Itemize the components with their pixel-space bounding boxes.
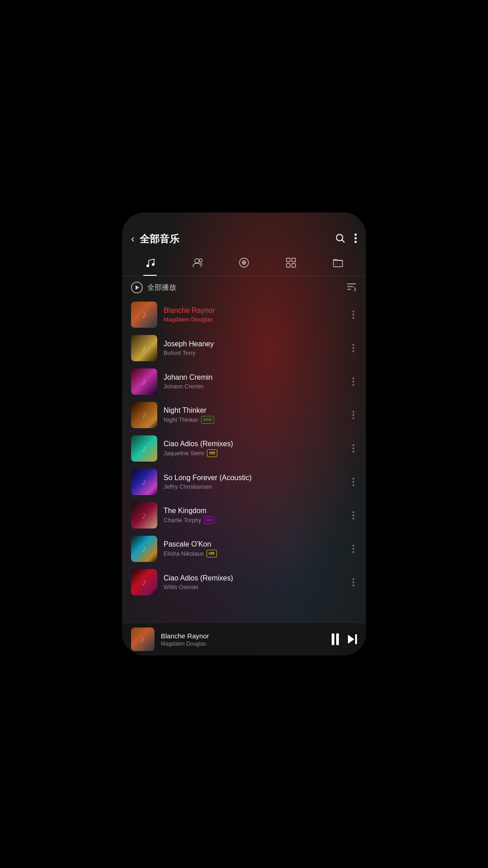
song-artist: Magdalen Douglas	[164, 316, 212, 323]
svg-point-4	[355, 241, 357, 243]
song-item[interactable]: ♪ Night Thinker Night Thinker DSD	[122, 398, 366, 432]
play-all-button[interactable]	[131, 282, 143, 293]
song-more-button[interactable]	[350, 375, 357, 388]
song-artist: Jaqueline Stehr	[164, 450, 204, 457]
more-menu-icon[interactable]	[354, 233, 357, 245]
song-artist-row: Johann Cremin	[164, 383, 343, 390]
sort-icon[interactable]	[346, 282, 357, 293]
now-playing-bar[interactable]: ♪ Blanche Raynor Magdalen Douglas	[122, 623, 366, 656]
play-all-label[interactable]: 全部播放	[147, 283, 176, 292]
status-bar	[122, 212, 366, 229]
svg-point-11	[244, 262, 245, 264]
songs-tab-icon	[144, 257, 156, 271]
song-info: So Long Forever (Acoustic) Jeffry Christ…	[164, 474, 343, 490]
thumb-shape: ♪	[131, 469, 157, 495]
song-thumbnail: ♪	[131, 335, 157, 361]
thumb-shape: ♪	[131, 502, 157, 528]
song-title: The Kingdom	[164, 507, 343, 515]
song-artist-row: Buford Terry	[164, 349, 343, 356]
dot	[352, 317, 354, 319]
song-title: Joseph Heaney	[164, 340, 343, 348]
quality-badge: HR	[207, 449, 217, 457]
song-item[interactable]: ♪ Ciao Adios (Remixes) Jaqueline Stehr H…	[122, 432, 366, 465]
song-more-button[interactable]	[350, 408, 357, 422]
thumb-shape: ♪	[131, 402, 157, 428]
dot	[352, 344, 354, 346]
tab-artists[interactable]	[185, 254, 209, 276]
svg-rect-14	[286, 264, 290, 267]
song-artist-row: Jaqueline Stehr HR	[164, 449, 343, 457]
phone-wrapper: ‹ 全部音乐	[117, 190, 371, 678]
tab-albums[interactable]	[232, 254, 256, 276]
song-item[interactable]: ♪ Joseph Heaney Buford Terry	[122, 331, 366, 365]
song-item[interactable]: ♪ Blanche Raynor Magdalen Douglas	[122, 298, 366, 331]
back-button[interactable]: ‹	[131, 233, 134, 245]
song-info: Night Thinker Night Thinker DSD	[164, 406, 343, 424]
song-info: Ciao Adios (Remixes) Jaqueline Stehr HR	[164, 440, 343, 457]
song-thumbnail: ♪	[131, 402, 157, 428]
dot	[352, 581, 354, 583]
song-item[interactable]: ♪ Johann Cremin Johann Cremin	[122, 365, 366, 398]
song-more-button[interactable]	[350, 308, 357, 321]
svg-point-3	[355, 237, 357, 239]
song-more-button[interactable]	[350, 509, 357, 522]
artists-tab-icon	[191, 257, 203, 271]
dot	[352, 478, 354, 480]
quality-badge: HR	[206, 550, 217, 557]
now-playing-title: Blanche Raynor	[161, 632, 325, 640]
song-more-button[interactable]	[350, 442, 357, 455]
song-artist-row: Magdalen Douglas	[164, 316, 343, 323]
dot	[352, 381, 354, 382]
song-thumbnail: ♪	[131, 302, 157, 328]
svg-rect-15	[292, 264, 296, 267]
svg-point-5	[146, 264, 149, 267]
pause-bar-left	[332, 633, 334, 645]
song-more-button[interactable]	[350, 576, 357, 589]
song-artist: Night Thinker	[164, 416, 198, 423]
song-artist-row: Willis Osinski	[164, 584, 343, 590]
page-title: 全部音乐	[140, 232, 330, 246]
dot	[352, 311, 354, 312]
tab-folders[interactable]	[326, 254, 350, 276]
song-artist-row: Elisha Nikolaus HR	[164, 550, 343, 557]
song-info: Blanche Raynor Magdalen Douglas	[164, 307, 343, 323]
song-title: So Long Forever (Acoustic)	[164, 474, 343, 482]
song-thumbnail: ♪	[131, 569, 157, 595]
dot	[352, 511, 354, 513]
dot	[352, 417, 354, 419]
dot	[352, 585, 354, 586]
nav-tabs	[122, 251, 366, 276]
search-icon[interactable]	[335, 233, 345, 245]
now-thumb-shape: ♪	[131, 627, 155, 651]
song-more-button[interactable]	[350, 475, 357, 489]
thumb-shape: ♪	[131, 335, 157, 361]
song-thumbnail: ♪	[131, 368, 157, 395]
song-item[interactable]: ♪ Ciao Adios (Remixes) Willis Osinski	[122, 566, 366, 599]
dot	[352, 484, 354, 486]
dot	[352, 384, 354, 386]
svg-line-1	[342, 240, 345, 242]
thumb-shape: ♪	[131, 435, 157, 462]
tab-songs[interactable]	[138, 254, 162, 276]
pause-button[interactable]	[332, 633, 339, 645]
song-title: Ciao Adios (Remixes)	[164, 574, 343, 582]
song-item[interactable]: ♪ So Long Forever (Acoustic) Jeffry Chri…	[122, 465, 366, 499]
song-artist-row: Night Thinker DSD	[164, 416, 343, 424]
albums-tab-icon	[238, 257, 250, 271]
play-all-left: 全部播放	[131, 282, 176, 293]
song-more-button[interactable]	[350, 341, 357, 355]
svg-rect-13	[292, 258, 296, 262]
dot	[352, 551, 354, 553]
song-item[interactable]: ♪ The Kingdom Charlie Torphy SQ	[122, 499, 366, 532]
dot	[352, 350, 354, 352]
skip-next-button[interactable]	[348, 634, 357, 644]
song-artist: Buford Terry	[164, 349, 196, 356]
svg-point-6	[152, 263, 155, 266]
song-title: Pascale O'Kon	[164, 540, 343, 548]
dot	[352, 444, 354, 446]
thumb-shape: ♪	[131, 368, 157, 395]
song-item[interactable]: ♪ Pascale O'Kon Elisha Nikolaus HR	[122, 532, 366, 566]
tab-playlists[interactable]	[279, 254, 303, 276]
song-more-button[interactable]	[350, 542, 357, 556]
header: ‹ 全部音乐	[122, 229, 366, 251]
